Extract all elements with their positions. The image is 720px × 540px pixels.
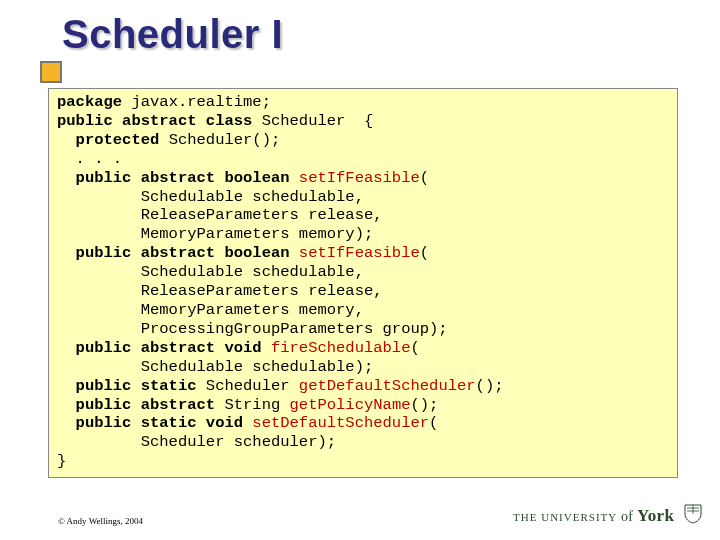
code-text: ReleaseParameters release, (57, 282, 383, 300)
logo-of: of (617, 509, 637, 524)
code-text: (); (476, 377, 504, 395)
code-text: Scheduler (197, 377, 299, 395)
code-text: ReleaseParameters release, (57, 206, 383, 224)
title-wrap: Scheduler I (62, 12, 283, 57)
code-text: Scheduler(); (159, 131, 280, 149)
slide-title: Scheduler I (62, 12, 283, 57)
kw-public-abstract-class: public abstract class (57, 112, 252, 130)
title-accent-square (40, 61, 62, 83)
method-name: fireSchedulable (271, 339, 411, 357)
code-text: } (57, 452, 66, 470)
code-text: MemoryParameters memory); (57, 225, 373, 243)
shield-icon (684, 504, 702, 528)
code-text: Schedulable schedulable); (57, 358, 373, 376)
code-text: javax.realtime; (122, 93, 271, 111)
method-name: setIfFeasible (299, 244, 420, 262)
kw-public-static: public static (57, 377, 197, 395)
slide: Scheduler I package javax.realtime; publ… (0, 0, 720, 540)
kw-public-abstract-boolean: public abstract boolean (57, 169, 299, 187)
code-text: ( (420, 169, 429, 187)
kw-public-static-void: public static void (57, 414, 252, 432)
code-text: (); (410, 396, 438, 414)
kw-public-abstract: public abstract (57, 396, 215, 414)
code-text: Scheduler { (252, 112, 373, 130)
code-text: Schedulable schedulable, (57, 263, 364, 281)
kw-package: package (57, 93, 122, 111)
logo-york: York (637, 506, 674, 525)
kw-public-abstract-boolean: public abstract boolean (57, 244, 299, 262)
code-text: String (215, 396, 289, 414)
code-text: . . . (57, 150, 122, 168)
code-text: ( (410, 339, 419, 357)
kw-protected: protected (57, 131, 159, 149)
code-text: MemoryParameters memory, (57, 301, 364, 319)
logo-prefix: THE UNIVERSITY (513, 511, 617, 523)
method-name: getDefaultScheduler (299, 377, 476, 395)
copyright-text: © Andy Wellings, 2004 (58, 516, 143, 526)
method-name: getPolicyName (290, 396, 411, 414)
code-text: Scheduler scheduler); (57, 433, 336, 451)
code-text: ( (429, 414, 438, 432)
university-logo: THE UNIVERSITY of York (513, 504, 702, 528)
code-block: package javax.realtime; public abstract … (48, 88, 678, 478)
method-name: setDefaultScheduler (252, 414, 429, 432)
method-name: setIfFeasible (299, 169, 420, 187)
code-text: Schedulable schedulable, (57, 188, 364, 206)
code-text: ProcessingGroupParameters group); (57, 320, 448, 338)
kw-public-abstract-void: public abstract void (57, 339, 271, 357)
code-text: ( (420, 244, 429, 262)
